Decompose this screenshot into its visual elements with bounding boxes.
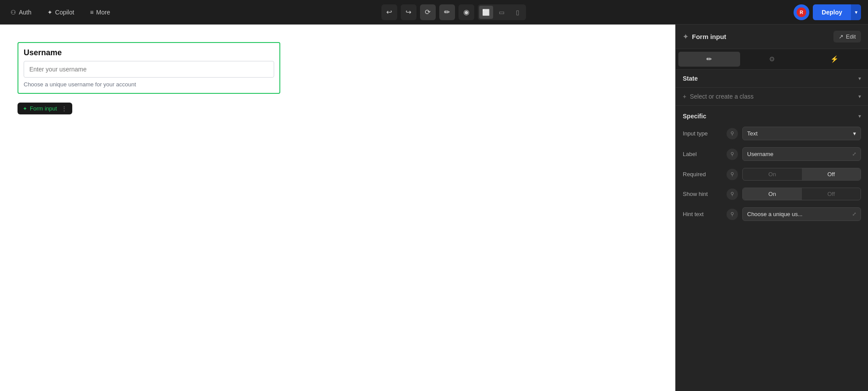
auth-icon: ⚇ xyxy=(11,9,16,16)
label-row: Label ⚲ Username ⤢ xyxy=(683,147,861,161)
input-type-chevron: ▾ xyxy=(853,130,856,137)
tab-actions[interactable]: ⚡ xyxy=(804,52,865,67)
phone-view-button[interactable]: ▯ xyxy=(511,6,525,19)
redo-button[interactable]: ↪ xyxy=(401,4,416,20)
right-panel: ✦ Form input ↗ Edit ✏ ⚙ ⚡ State ▾ + Sele… xyxy=(675,25,868,391)
input-type-control: Text ▾ xyxy=(742,127,861,140)
deploy-button[interactable]: Deploy xyxy=(813,4,851,20)
show-hint-off-button[interactable]: Off xyxy=(802,188,861,200)
class-label: Select or create a class xyxy=(690,93,855,100)
auth-menu[interactable]: ⚇ Auth xyxy=(7,7,35,18)
refresh-button[interactable]: ⟳ xyxy=(420,4,436,20)
edit-label: Edit xyxy=(846,33,856,40)
desktop-view-button[interactable]: ⬜ xyxy=(479,6,493,19)
input-type-link-icon[interactable]: ⚲ xyxy=(727,128,738,139)
svg-text:R: R xyxy=(800,10,803,15)
topbar: ⚇ Auth ✦ Copilot ≡ More ↩ ↪ ⟳ ✏ ◉ ⬜ ▭ ▯ … xyxy=(0,0,868,25)
required-off-button[interactable]: Off xyxy=(802,168,861,180)
hint-text-link-icon[interactable]: ⚲ xyxy=(727,209,738,220)
required-control: On Off xyxy=(742,168,861,181)
label-input[interactable]: Username ⤢ xyxy=(742,147,861,161)
canvas: Username Choose a unique username for yo… xyxy=(0,25,675,391)
topbar-center: ↩ ↪ ⟳ ✏ ◉ ⬜ ▭ ▯ xyxy=(381,4,526,20)
input-type-select[interactable]: Text ▾ xyxy=(742,127,861,140)
widget-tag-dots[interactable]: ⋮ xyxy=(61,105,67,112)
deploy-dropdown-button[interactable]: ▾ xyxy=(851,4,861,20)
show-hint-link-icon[interactable]: ⚲ xyxy=(727,188,738,200)
form-hint: Choose a unique username for your accoun… xyxy=(24,81,274,88)
required-link-icon[interactable]: ⚲ xyxy=(727,169,738,180)
edit-button[interactable]: ↗ Edit xyxy=(833,31,861,43)
hint-text-row: Hint text ⚲ Choose a unique us... ⤢ xyxy=(683,207,861,221)
hint-text-input[interactable]: Choose a unique us... ⤢ xyxy=(742,207,861,221)
required-label: Required xyxy=(683,171,722,178)
panel-title-icon: ✦ xyxy=(683,33,688,41)
required-row: Required ⚲ On Off xyxy=(683,168,861,181)
class-chevron: ▾ xyxy=(858,93,861,100)
show-hint-control: On Off xyxy=(742,188,861,200)
hint-text-expand-icon[interactable]: ⤢ xyxy=(852,211,856,217)
state-section: State ▾ xyxy=(676,70,868,88)
tab-settings[interactable]: ⚙ xyxy=(741,52,803,67)
widget-tag-icon: ✦ xyxy=(23,106,27,112)
main-layout: Username Choose a unique username for yo… xyxy=(0,25,868,391)
label-link-icon[interactable]: ⚲ xyxy=(727,149,738,160)
form-input-field[interactable] xyxy=(24,61,274,78)
more-menu[interactable]: ≡ More xyxy=(86,7,113,18)
specific-section: Specific ▾ Input type ⚲ Text ▾ Label ⚲ xyxy=(676,106,868,235)
tab-style[interactable]: ✏ xyxy=(678,52,740,67)
panel-title: ✦ Form input xyxy=(683,33,726,41)
state-section-row[interactable]: State ▾ xyxy=(683,75,861,82)
show-hint-toggle: On Off xyxy=(742,188,861,200)
hint-text-label: Hint text xyxy=(683,211,722,217)
topbar-right: R Deploy ▾ xyxy=(794,4,861,20)
tablet-view-button[interactable]: ▭ xyxy=(495,6,509,19)
class-row[interactable]: + Select or create a class ▾ xyxy=(676,88,868,106)
label-control: Username ⤢ xyxy=(742,147,861,161)
more-label: More xyxy=(96,9,110,16)
specific-label: Specific xyxy=(683,113,706,120)
edit-icon: ↗ xyxy=(839,33,843,40)
copilot-menu[interactable]: ✦ Copilot xyxy=(44,7,78,18)
state-chevron: ▾ xyxy=(858,75,861,82)
auth-label: Auth xyxy=(19,9,32,16)
specific-title-row[interactable]: Specific ▾ xyxy=(683,113,861,120)
panel-header: ✦ Form input ↗ Edit xyxy=(676,25,868,49)
avatar-icon: R xyxy=(797,7,806,17)
undo-button[interactable]: ↩ xyxy=(381,4,397,20)
specific-chevron: ▾ xyxy=(858,113,861,119)
show-hint-label: Show hint xyxy=(683,191,722,197)
panel-title-text: Form input xyxy=(692,33,726,40)
input-type-value: Text xyxy=(747,130,758,137)
required-on-button[interactable]: On xyxy=(743,168,802,180)
pencil-button[interactable]: ✏ xyxy=(439,4,455,20)
deploy-group: Deploy ▾ xyxy=(813,4,861,20)
canvas-inner: Username Choose a unique username for yo… xyxy=(0,25,675,132)
class-plus-icon: + xyxy=(683,93,686,100)
show-hint-on-button[interactable]: On xyxy=(743,188,802,200)
label-expand-icon[interactable]: ⤢ xyxy=(852,151,856,157)
form-widget: Username Choose a unique username for yo… xyxy=(18,42,280,94)
copilot-label: Copilot xyxy=(55,9,74,16)
topbar-left: ⚇ Auth ✦ Copilot ≡ More xyxy=(7,7,113,18)
more-icon: ≡ xyxy=(90,9,93,16)
avatar-button[interactable]: R xyxy=(794,4,809,20)
widget-tag[interactable]: ✦ Form input ⋮ xyxy=(18,103,72,114)
form-label: Username xyxy=(24,48,274,57)
input-type-label: Input type xyxy=(683,130,722,137)
hint-text-control: Choose a unique us... ⤢ xyxy=(742,207,861,221)
required-toggle: On Off xyxy=(742,168,861,181)
eye-button[interactable]: ◉ xyxy=(459,4,474,20)
label-value: Username xyxy=(747,151,773,157)
copilot-icon: ✦ xyxy=(47,9,53,16)
label-prop-label: Label xyxy=(683,151,722,157)
view-switcher: ⬜ ▭ ▯ xyxy=(478,4,526,20)
state-label: State xyxy=(683,75,698,82)
input-type-row: Input type ⚲ Text ▾ xyxy=(683,127,861,140)
panel-tabs: ✏ ⚙ ⚡ xyxy=(676,49,868,70)
show-hint-row: Show hint ⚲ On Off xyxy=(683,188,861,200)
hint-text-value: Choose a unique us... xyxy=(747,211,802,217)
widget-tag-label: Form input xyxy=(30,105,57,112)
